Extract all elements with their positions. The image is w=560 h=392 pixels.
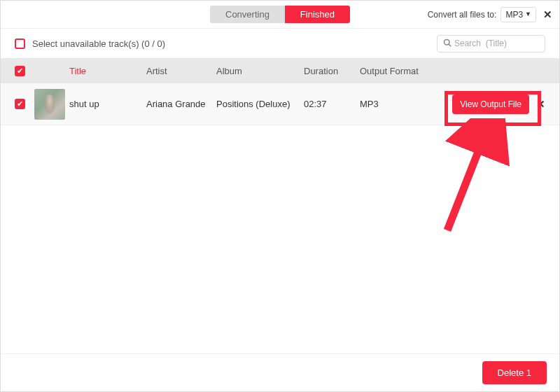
tab-finished[interactable]: Finished [285,6,350,23]
close-icon[interactable]: ✕ [543,8,552,21]
search-field-wrap[interactable] [437,35,545,52]
cell-title: shut up [69,99,146,109]
select-unavailable-checkbox[interactable] [15,38,25,49]
select-unavailable-label: Select unavailable track(s) (0 / 0) [32,38,165,49]
tab-group: Converting Finished [210,6,350,23]
table-header: ✔ Title Artist Album Duration Output For… [1,58,559,83]
convert-all-label: Convert all files to: [428,10,497,20]
album-art-thumbnail [34,89,65,120]
col-header-artist[interactable]: Artist [146,66,216,76]
cell-duration: 02:37 [304,99,360,109]
output-format-select[interactable]: MP3 ▼ [500,7,536,22]
search-input[interactable] [454,38,539,48]
cell-album: Positions (Deluxe) [216,99,304,109]
secondbar: Select unavailable track(s) (0 / 0) [1,29,559,58]
select-all-checkbox[interactable]: ✔ [15,66,25,76]
remove-row-icon[interactable]: ✕ [536,98,545,111]
cell-artist: Ariana Grande [146,99,216,109]
col-header-title[interactable]: Title [69,66,146,76]
svg-line-3 [447,132,486,230]
tab-converting[interactable]: Converting [210,6,285,23]
format-selected: MP3 [505,10,523,20]
annotation-arrow-icon [423,118,514,237]
svg-point-0 [444,39,450,45]
topbar: Converting Finished Convert all files to… [1,1,559,29]
view-output-file-button[interactable]: View Output File [452,94,529,114]
row-checkbox[interactable]: ✔ [15,99,25,109]
search-icon [443,38,451,49]
chevron-down-icon: ▼ [525,11,531,18]
table-row: ✔ shut up Ariana Grande Positions (Delux… [1,83,559,125]
col-header-output-format[interactable]: Output Format [360,66,426,76]
svg-line-1 [449,44,451,46]
footer: Delete 1 [1,354,559,391]
cell-format: MP3 [360,99,426,109]
col-header-duration[interactable]: Duration [304,66,360,76]
delete-button[interactable]: Delete 1 [482,361,547,384]
col-header-album[interactable]: Album [216,66,304,76]
app-window: Converting Finished Convert all files to… [0,0,560,392]
